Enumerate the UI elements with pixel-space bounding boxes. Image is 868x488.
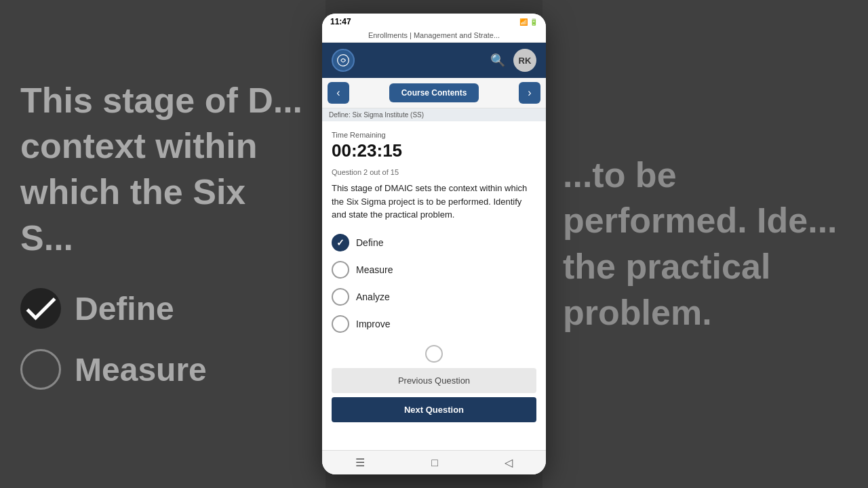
bg-define-label: Define xyxy=(75,290,174,327)
browser-bar: Enrollments | Management and Strate... xyxy=(322,30,546,43)
bg-left-text: This stage of D... context within which … xyxy=(20,78,305,261)
background-right: ...to be performed. Ide... the practical… xyxy=(542,0,868,488)
bg-measure-label: Measure xyxy=(75,351,207,388)
bg-measure-circle xyxy=(20,349,61,390)
search-icon[interactable]: 🔍 xyxy=(490,53,505,68)
question-text: This stage of DMAIC sets the context wit… xyxy=(332,182,536,222)
bottom-navigation: ☰ □ ◁ xyxy=(322,450,546,474)
user-avatar[interactable]: RK xyxy=(513,49,536,72)
option-improve-circle xyxy=(332,315,349,333)
browser-url: Enrollments | Management and Strate... xyxy=(368,31,500,39)
back-arrow-button[interactable]: ‹ xyxy=(328,82,349,104)
options-list: Define Measure Analyze Improve xyxy=(332,234,536,333)
breadcrumb: Define: Six Sigma Institute (SS) xyxy=(322,108,546,121)
option-define-circle xyxy=(332,234,349,251)
bg-right-text: ...to be performed. Ide... the practical… xyxy=(563,152,848,336)
status-bar: 11:47 📶 🔋 xyxy=(322,14,546,30)
navigation-bar: ‹ Course Contents › xyxy=(322,78,546,108)
signal-icon: 📶 xyxy=(519,18,528,26)
extra-circle xyxy=(425,345,443,363)
question-progress: Question 2 out of 15 xyxy=(332,168,536,176)
background-left: This stage of D... context within which … xyxy=(0,0,326,488)
bg-define-circle xyxy=(20,288,61,329)
previous-question-button[interactable]: Previous Question xyxy=(332,368,536,393)
breadcrumb-text: Define: Six Sigma Institute (SS) xyxy=(329,111,424,119)
course-contents-button[interactable]: Course Contents xyxy=(389,83,479,102)
option-measure[interactable]: Measure xyxy=(332,261,536,279)
time-remaining-value: 00:23:15 xyxy=(332,140,536,161)
bg-left-define-option: Define xyxy=(20,288,305,329)
forward-arrow-button[interactable]: › xyxy=(519,82,540,104)
time-remaining-label: Time Remaining xyxy=(332,131,536,139)
option-measure-label: Measure xyxy=(356,264,393,275)
option-improve-label: Improve xyxy=(356,319,391,329)
next-question-button[interactable]: Next Question xyxy=(332,397,536,422)
battery-icon: 🔋 xyxy=(530,18,538,26)
home-icon[interactable]: □ xyxy=(431,457,438,469)
android-back-icon[interactable]: ◁ xyxy=(505,456,513,469)
option-analyze-circle xyxy=(332,288,349,306)
phone-container: 11:47 📶 🔋 Enrollments | Management and S… xyxy=(322,14,546,474)
app-logo[interactable] xyxy=(332,49,355,72)
bg-left-measure-option: Measure xyxy=(20,349,305,390)
forward-arrow-icon: › xyxy=(528,87,531,99)
back-arrow-icon: ‹ xyxy=(336,87,340,99)
status-time: 11:47 xyxy=(330,17,351,26)
option-define-label: Define xyxy=(356,237,383,248)
option-measure-circle xyxy=(332,261,349,279)
status-icons: 📶 🔋 xyxy=(519,18,538,26)
option-analyze[interactable]: Analyze xyxy=(332,288,536,306)
svg-point-0 xyxy=(338,55,349,66)
menu-icon[interactable]: ☰ xyxy=(355,456,365,469)
header-icons: 🔍 RK xyxy=(490,49,536,72)
app-header: 🔍 RK xyxy=(322,43,546,78)
option-analyze-label: Analyze xyxy=(356,291,390,302)
quiz-content: Time Remaining 00:23:15 Question 2 out o… xyxy=(322,121,546,450)
option-define[interactable]: Define xyxy=(332,234,536,251)
option-improve[interactable]: Improve xyxy=(332,315,536,333)
